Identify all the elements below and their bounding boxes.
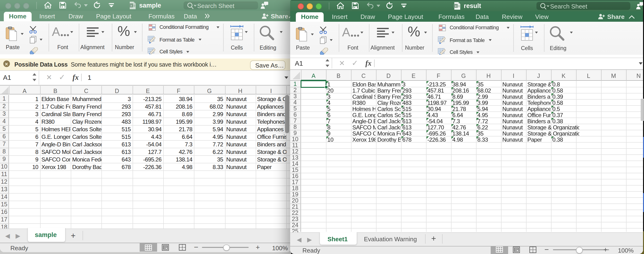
svg-text:%: %: [408, 25, 420, 38]
svg-text:A: A: [52, 26, 60, 38]
svg-text:x: x: [130, 3, 132, 7]
svg-text:A: A: [342, 26, 350, 38]
svg-text:%: %: [118, 25, 130, 38]
svg-text:x: x: [455, 4, 457, 8]
